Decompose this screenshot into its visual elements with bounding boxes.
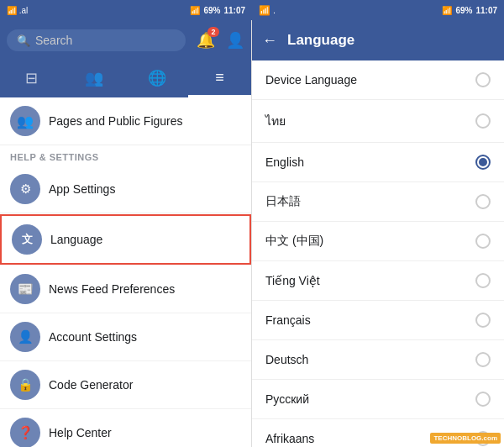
language-item-device[interactable]: Device Language xyxy=(252,60,504,100)
nav-tab-friends[interactable]: 👥 xyxy=(63,60,126,97)
code-generator-label: Code Generator xyxy=(49,378,133,392)
language-item-vietnamese[interactable]: Tiếng Việt xyxy=(252,261,504,301)
language-vietnamese-label: Tiếng Việt xyxy=(265,274,320,287)
language-japanese-label: 日本語 xyxy=(265,194,301,209)
language-item[interactable]: 文 Language xyxy=(0,214,251,265)
news-feed-preferences-item[interactable]: 📰 News Feed Preferences xyxy=(0,266,251,313)
help-center-label: Help Center xyxy=(49,426,112,439)
nav-tab-newsfeed[interactable]: ⊟ xyxy=(0,60,63,97)
radio-thai[interactable] xyxy=(475,113,491,129)
radio-english[interactable] xyxy=(475,155,491,170)
left-battery: 69% xyxy=(203,6,220,15)
language-german-label: Deutsch xyxy=(265,353,308,366)
nav-tab-menu[interactable]: ≡ xyxy=(188,60,251,97)
right-battery: 69% xyxy=(455,6,472,15)
language-item-chinese[interactable]: 中文 (中国) xyxy=(252,222,504,261)
back-button[interactable]: ← xyxy=(262,32,277,50)
help-settings-header: HELP & SETTINGS xyxy=(0,145,251,166)
radio-french[interactable] xyxy=(475,313,491,328)
friend-request-icon[interactable]: 👤 xyxy=(226,31,244,50)
language-russian-label: Русский xyxy=(265,392,309,406)
language-item-english[interactable]: English xyxy=(252,143,504,182)
account-settings-icon: 👤 xyxy=(10,322,40,352)
language-afrikaans-label: Afrikaans xyxy=(265,432,314,445)
language-header: ← Language xyxy=(252,20,504,60)
language-english-label: English xyxy=(265,155,304,169)
left-time: 11:07 xyxy=(223,6,245,15)
app-settings-item[interactable]: ⚙ App Settings xyxy=(0,166,251,213)
radio-russian[interactable] xyxy=(475,392,491,407)
language-label: Language xyxy=(50,233,102,246)
language-list: Device Language ไทย English 日本語 xyxy=(252,60,504,447)
language-device-label: Device Language xyxy=(265,73,357,87)
language-chinese-label: 中文 (中国) xyxy=(265,234,323,249)
radio-vietnamese[interactable] xyxy=(475,273,491,288)
search-bar: 🔍 Search 🔔 2 👤 xyxy=(0,20,251,60)
app-settings-icon: ⚙ xyxy=(10,174,40,204)
search-input[interactable]: 🔍 Search xyxy=(7,29,186,51)
radio-japanese[interactable] xyxy=(475,194,491,209)
pages-icon: 👥 xyxy=(10,106,40,136)
language-icon: 文 xyxy=(12,224,42,255)
language-item-german[interactable]: Deutsch xyxy=(252,340,504,380)
radio-inner-english xyxy=(479,158,487,166)
news-feed-icon: 📰 xyxy=(10,274,40,304)
news-feed-label: News Feed Preferences xyxy=(49,282,175,296)
watermark: TECHNOBLOG.com xyxy=(430,433,501,444)
language-item-japanese[interactable]: 日本語 xyxy=(252,182,504,222)
pages-item-label: Pages and Public Figures xyxy=(49,114,183,128)
search-placeholder: Search xyxy=(35,34,72,47)
help-center-icon: ❓ xyxy=(10,418,40,447)
radio-chinese[interactable] xyxy=(475,234,491,249)
account-settings-item[interactable]: 👤 Account Settings xyxy=(0,313,251,361)
code-generator-icon: 🔒 xyxy=(10,370,40,400)
language-item-french[interactable]: Français xyxy=(252,301,504,340)
language-item-russian[interactable]: Русский xyxy=(252,380,504,419)
nav-tab-globe[interactable]: 🌐 xyxy=(126,60,189,97)
language-french-label: Français xyxy=(265,313,311,327)
pages-and-public-figures-item[interactable]: 👥 Pages and Public Figures xyxy=(0,97,251,145)
right-time: 11:07 xyxy=(475,6,497,15)
nav-tabs: ⊟ 👥 🌐 ≡ xyxy=(0,60,251,97)
notification-button[interactable]: 🔔 2 xyxy=(194,29,218,52)
code-generator-item[interactable]: 🔒 Code Generator xyxy=(0,361,251,409)
account-settings-label: Account Settings xyxy=(49,330,137,344)
language-title: Language xyxy=(287,32,354,49)
app-settings-label: App Settings xyxy=(49,182,115,196)
search-icon: 🔍 xyxy=(17,34,30,47)
notification-badge: 2 xyxy=(207,27,219,37)
language-thai-label: ไทย xyxy=(265,112,286,130)
radio-device[interactable] xyxy=(475,72,491,87)
left-menu-list: 👥 Pages and Public Figures HELP & SETTIN… xyxy=(0,97,251,447)
language-item-thai[interactable]: ไทย xyxy=(252,100,504,143)
header-icons: 🔔 2 👤 xyxy=(194,29,244,52)
radio-german[interactable] xyxy=(475,352,491,367)
help-center-item[interactable]: ❓ Help Center xyxy=(0,409,251,447)
